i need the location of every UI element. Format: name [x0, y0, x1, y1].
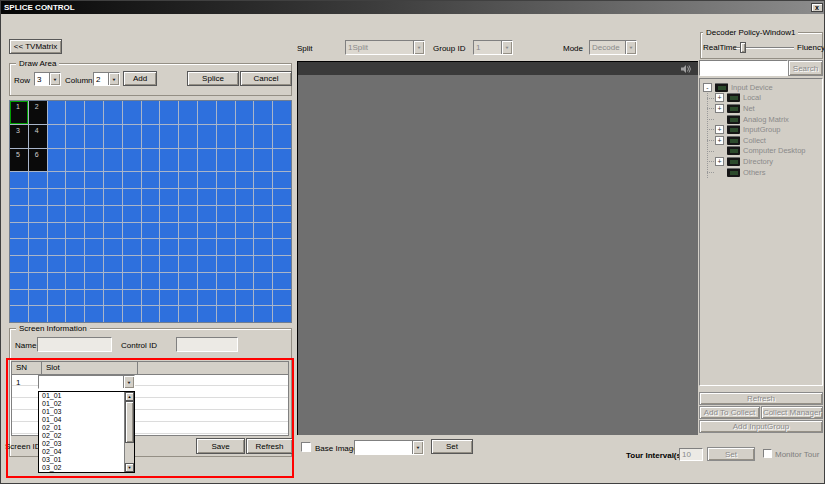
row-spinner[interactable]: 3: [34, 72, 61, 86]
grid-cell[interactable]: [29, 223, 47, 239]
grid-cell[interactable]: [236, 172, 254, 188]
grid-cell[interactable]: [142, 172, 160, 188]
grid-cell[interactable]: [10, 306, 28, 322]
tree-refresh-button[interactable]: Refresh: [699, 392, 823, 405]
grid-cell[interactable]: [273, 239, 291, 255]
grid-cell[interactable]: [85, 223, 103, 239]
grid-cell[interactable]: [48, 149, 66, 172]
grid-cell[interactable]: [254, 125, 272, 148]
grid-cell[interactable]: [10, 189, 28, 205]
grid-cell[interactable]: [160, 306, 178, 322]
expand-icon[interactable]: +: [715, 136, 724, 145]
tree-item-directory[interactable]: +Directory: [700, 156, 822, 167]
grid-cell[interactable]: [236, 149, 254, 172]
grid-cell[interactable]: [160, 290, 178, 306]
grid-cell[interactable]: [48, 290, 66, 306]
grid-cell[interactable]: [142, 125, 160, 148]
grid-cell[interactable]: [254, 290, 272, 306]
grid-cell[interactable]: [179, 172, 197, 188]
grid-cell[interactable]: [236, 223, 254, 239]
grid-cell[interactable]: [123, 189, 141, 205]
grid-cell[interactable]: [273, 172, 291, 188]
grid-cell[interactable]: [198, 149, 216, 172]
grid-cell[interactable]: [142, 306, 160, 322]
grid-cell[interactable]: [123, 101, 141, 124]
grid-cell[interactable]: [254, 223, 272, 239]
grid-cell[interactable]: [217, 256, 235, 272]
grid-cell[interactable]: [236, 206, 254, 222]
slot-option[interactable]: 02_04: [39, 448, 124, 456]
grid-cell[interactable]: [48, 189, 66, 205]
grid-cell[interactable]: [198, 256, 216, 272]
scroll-up-icon[interactable]: ▲: [125, 392, 134, 401]
grid-cell[interactable]: [85, 306, 103, 322]
grid-cell[interactable]: [217, 149, 235, 172]
grid-cell[interactable]: [273, 306, 291, 322]
grid-cell[interactable]: [66, 172, 84, 188]
expand-icon[interactable]: +: [715, 93, 724, 102]
tree-item-local[interactable]: +Local: [700, 93, 822, 104]
chevron-down-icon[interactable]: [412, 441, 423, 454]
grid-cell[interactable]: [142, 101, 160, 124]
grid-cell[interactable]: 5: [10, 149, 28, 172]
base-image-select[interactable]: [354, 440, 424, 455]
grid-cell[interactable]: [85, 256, 103, 272]
grid-cell[interactable]: [29, 306, 47, 322]
grid-cell[interactable]: [160, 223, 178, 239]
grid-cell[interactable]: [29, 290, 47, 306]
grid-cell[interactable]: [29, 239, 47, 255]
grid-cell[interactable]: [236, 306, 254, 322]
slot-option[interactable]: 02_01: [39, 424, 124, 432]
save-button[interactable]: Save: [196, 438, 245, 454]
grid-cell[interactable]: 4: [29, 125, 47, 148]
speaker-icon[interactable]: [681, 65, 692, 73]
grid-cell[interactable]: [179, 125, 197, 148]
grid-cell[interactable]: [10, 206, 28, 222]
search-button[interactable]: Search: [788, 60, 823, 76]
slot-option[interactable]: 01_04: [39, 416, 124, 424]
grid-cell[interactable]: [160, 101, 178, 124]
grid-cell[interactable]: [254, 239, 272, 255]
grid-cell[interactable]: [10, 273, 28, 289]
grid-cell[interactable]: [142, 189, 160, 205]
grid-cell[interactable]: [217, 306, 235, 322]
chevron-down-icon[interactable]: [108, 73, 119, 85]
grid-cell[interactable]: [160, 239, 178, 255]
grid-cell[interactable]: [104, 290, 122, 306]
grid-cell[interactable]: [123, 273, 141, 289]
grid-cell[interactable]: [66, 189, 84, 205]
grid-cell[interactable]: [104, 101, 122, 124]
grid-cell[interactable]: [142, 206, 160, 222]
grid-cell[interactable]: [217, 125, 235, 148]
close-icon[interactable]: x: [811, 3, 823, 12]
collapse-icon[interactable]: -: [703, 83, 712, 92]
cancel-button[interactable]: Cancel: [240, 71, 292, 86]
grid-cell[interactable]: [48, 101, 66, 124]
grid-cell[interactable]: [198, 290, 216, 306]
grid-cell[interactable]: [66, 306, 84, 322]
grid-cell[interactable]: [179, 306, 197, 322]
tree-item-computer-desktop[interactable]: Computer Desktop: [700, 146, 822, 157]
grid-cell[interactable]: [66, 256, 84, 272]
grid-cell[interactable]: [198, 273, 216, 289]
name-field[interactable]: [37, 337, 112, 352]
grid-cell[interactable]: [48, 172, 66, 188]
grid-cell[interactable]: [123, 223, 141, 239]
base-image-checkbox[interactable]: [301, 442, 311, 452]
grid-cell[interactable]: [217, 239, 235, 255]
grid-cell[interactable]: [104, 206, 122, 222]
grid-cell[interactable]: [179, 273, 197, 289]
grid-cell[interactable]: [179, 239, 197, 255]
grid-cell[interactable]: [48, 256, 66, 272]
slot-option[interactable]: 01_01: [39, 392, 124, 400]
grid-cell[interactable]: [179, 223, 197, 239]
grid-cell[interactable]: 3: [10, 125, 28, 148]
grid-cell[interactable]: [48, 239, 66, 255]
grid-cell[interactable]: [85, 149, 103, 172]
grid-cell[interactable]: [48, 273, 66, 289]
grid-cell[interactable]: [217, 189, 235, 205]
grid-cell[interactable]: [217, 223, 235, 239]
grid-cell[interactable]: [217, 206, 235, 222]
grid-cell[interactable]: [160, 189, 178, 205]
grid-cell[interactable]: [85, 101, 103, 124]
